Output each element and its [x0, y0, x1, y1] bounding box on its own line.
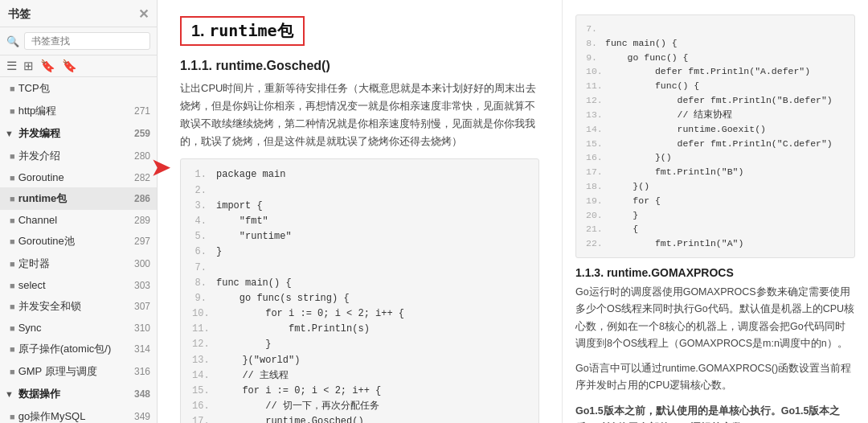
sidebar-item-number: 282 — [128, 172, 150, 183]
bookmark-icon: ■ — [10, 259, 15, 269]
right-pane: 7.8.func main() {9. go func() {10. defer… — [563, 0, 868, 423]
sidebar-title: 书签 — [8, 7, 31, 22]
code-text: defer fmt.Println("B.defer") — [611, 93, 833, 108]
sidebar-item-runtime[interactable]: ■runtime包286 — [0, 187, 157, 210]
sidebar-item-channel[interactable]: ■Channel289 — [0, 210, 157, 230]
sidebar-item-mysql[interactable]: ■go操作MySQL349 — [0, 405, 157, 423]
sidebar-item-label: Goroutine — [18, 171, 64, 183]
right-para-0: Go运行时的调度器使用GOMAXPROCS参数来确定需要使用多少个OS线程来同时… — [575, 284, 855, 352]
sidebar-item-dev-safe[interactable]: ■并发安全和锁307 — [0, 295, 157, 318]
line-number: 17. — [586, 165, 603, 179]
line-number: 15. — [586, 137, 603, 151]
code-text: // 结束协程 — [611, 108, 733, 122]
code-text: } — [216, 244, 222, 260]
line-number: 8. — [586, 36, 597, 51]
line-number: 7. — [586, 22, 597, 36]
code-text: import { — [216, 199, 263, 214]
code-text: } — [611, 208, 639, 223]
p-gosched: 让出CPU时间片，重新等待安排任务（大概意思就是本来计划好好的周末出去烧烤，但是… — [180, 80, 539, 150]
sidebar-item-label: select — [18, 279, 46, 291]
bookmark-icon: ■ — [10, 84, 15, 93]
code-text: defer fmt.Println("A.defer") — [611, 64, 810, 79]
sidebar-item-number: 259 — [128, 128, 150, 139]
sidebar-item-label: http编程 — [18, 104, 57, 118]
line-number: 10. — [192, 306, 210, 322]
code-text: }() — [611, 150, 672, 165]
line-number: 9. — [586, 51, 597, 65]
sidebar-item-label: TCP包 — [18, 81, 50, 96]
code-text: // 主线程 — [219, 368, 289, 384]
sidebar-item-goroutine-pool[interactable]: ■Goroutine池297 — [0, 230, 157, 253]
sidebar-item-label: 并发介绍 — [18, 149, 60, 163]
sidebar-item-goroutine[interactable]: ■Goroutine282 — [0, 167, 157, 187]
sidebar-item-dev-section[interactable]: ▼并发编程259 — [0, 122, 157, 145]
line-number: 21. — [586, 222, 603, 236]
section-gosched: 1.1.1. runtime.Gosched() 让出CPU时间片，重新等待安排… — [180, 59, 539, 423]
sidebar-item-number: 316 — [128, 366, 150, 377]
search-input[interactable] — [24, 32, 150, 50]
bookmark-icon: ■ — [10, 236, 15, 246]
line-number: 7. — [192, 261, 207, 276]
sidebar-item-number: 289 — [128, 215, 150, 226]
sidebar-item-label: GMP 原理与调度 — [18, 364, 97, 379]
sidebar: 书签 ✕ 🔍 ☰ ⊞ 🔖 🔖 ■TCP包■http编程271▼并发编程259■并… — [0, 0, 158, 423]
code-text: defer fmt.Println("C.defer") — [611, 137, 833, 151]
sidebar-item-label: Channel — [18, 214, 57, 226]
sidebar-header: 书签 ✕ — [0, 0, 157, 27]
code-text: func() { — [611, 79, 699, 93]
line-number: 13. — [586, 108, 603, 122]
code-text: }() — [611, 179, 649, 194]
bookmark-icon: ■ — [10, 412, 15, 421]
sidebar-item-dev-intro[interactable]: ■并发介绍280 — [0, 145, 157, 167]
code-text: go func(s string) { — [216, 291, 350, 306]
code-text: runtime.Gosched() — [219, 414, 364, 423]
sidebar-item-label: Sync — [18, 322, 42, 334]
line-number: 19. — [586, 194, 603, 208]
code-text: for i := 0; i < 2; i++ { — [219, 306, 404, 322]
line-number: 11. — [192, 322, 210, 337]
code-text: fmt.Println("B") — [611, 165, 744, 179]
sidebar-item-number: 300 — [128, 258, 150, 269]
bookmark-icon: ■ — [10, 302, 15, 311]
code-text: for i := 0; i < 2; i++ { — [219, 384, 382, 399]
sidebar-item-number: 280 — [128, 150, 150, 162]
sidebar-item-label: 数据操作 — [18, 387, 60, 401]
toolbar-icon-3[interactable]: 🔖 — [40, 59, 55, 73]
code-text: "fmt" — [216, 214, 268, 229]
sidebar-item-data-section[interactable]: ▼数据操作348 — [0, 383, 157, 405]
toolbar-icon-4[interactable]: 🔖 — [62, 59, 77, 73]
line-number: 1. — [192, 167, 207, 183]
sidebar-item-number: 349 — [128, 411, 150, 422]
code-gosched: 1.package main2.3.import {4. "fmt"5. "ru… — [180, 158, 539, 423]
line-number: 14. — [192, 368, 210, 384]
sidebar-item-tcp[interactable]: ■TCP包 — [0, 77, 157, 100]
toolbar-icon-1[interactable]: ☰ — [6, 59, 17, 73]
sidebar-item-timer[interactable]: ■定时器300 — [0, 253, 157, 275]
right-code-1: 7.8.func main() {9. go func() {10. defer… — [575, 14, 855, 258]
sidebar-items-list: ■TCP包■http编程271▼并发编程259■并发介绍280■Goroutin… — [0, 77, 157, 423]
code-text: // 切一下，再次分配任务 — [219, 399, 379, 414]
bookmark-icon: ■ — [10, 151, 15, 161]
sidebar-item-atomic[interactable]: ■原子操作(atomic包/)314 — [0, 338, 157, 360]
toolbar-icon-2[interactable]: ⊞ — [23, 59, 34, 73]
sidebar-item-gmp[interactable]: ■GMP 原理与调度316 — [0, 360, 157, 383]
line-number: 22. — [586, 236, 603, 251]
code-text: go func() { — [605, 51, 689, 65]
line-number: 17. — [192, 414, 210, 423]
line-number: 15. — [192, 384, 210, 399]
line-number: 12. — [586, 93, 603, 108]
sidebar-item-sync[interactable]: ■Sync310 — [0, 318, 157, 338]
code-text: } — [219, 337, 272, 352]
sidebar-search-area: 🔍 — [0, 27, 157, 55]
sidebar-item-number: 310 — [128, 322, 150, 334]
line-number: 18. — [586, 179, 603, 194]
line-number: 20. — [586, 208, 603, 223]
sidebar-item-http[interactable]: ■http编程271 — [0, 100, 157, 122]
arrow-indicator: ➤ — [151, 157, 170, 179]
code-text: func main() { — [216, 276, 292, 291]
line-number: 10. — [586, 64, 603, 79]
sidebar-item-select[interactable]: ■select303 — [0, 275, 157, 295]
sidebar-item-number: 303 — [128, 280, 150, 291]
bookmark-icon: ■ — [10, 323, 15, 333]
close-icon[interactable]: ✕ — [138, 6, 149, 22]
